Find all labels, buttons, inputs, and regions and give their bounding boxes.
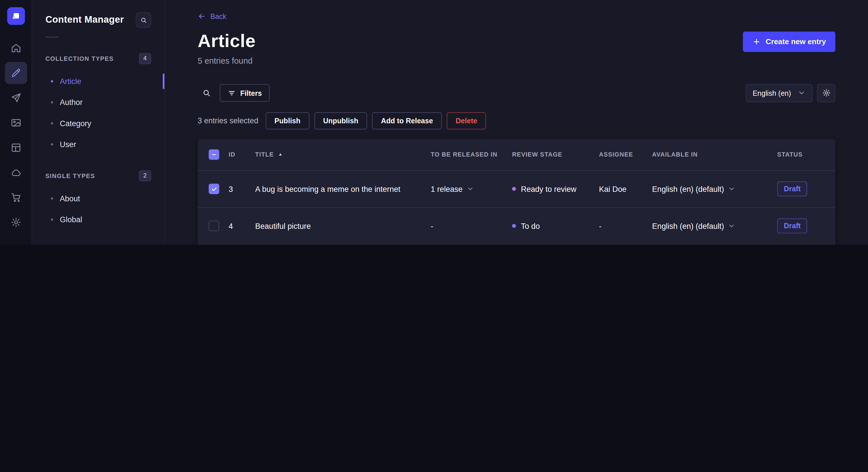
page-title: Article [198, 30, 256, 51]
col-header-review-stage: REVIEW STAGE [512, 151, 599, 158]
locale-select[interactable]: English (en) [745, 84, 813, 102]
bullet-dot-icon [51, 101, 53, 103]
release-cell-group: - [431, 222, 433, 231]
unpublish-button[interactable]: Unpublish [314, 112, 367, 129]
col-header-release: TO BE RELEASED IN [431, 151, 512, 158]
subnav-section: SINGLE TYPES 2 About Global [32, 169, 164, 230]
nav-releases-button[interactable] [5, 87, 27, 109]
subnav-item-label: Category [60, 119, 91, 128]
locale-select-value: English (en) [753, 89, 791, 97]
filters-button[interactable]: Filters [220, 84, 270, 102]
col-header-assignee: ASSIGNEE [599, 151, 652, 158]
table-body: 3 A bug is becoming a meme on the intern… [198, 171, 836, 245]
table-row[interactable]: 4 Beautiful picture - To do - English (e… [198, 208, 836, 245]
strapi-logo[interactable] [7, 7, 25, 25]
media-library-icon [10, 117, 22, 129]
selection-count: 3 entries selected [198, 116, 259, 125]
col-header-available-in: AVAILABLE IN [652, 151, 777, 158]
create-entry-button[interactable]: Create new entry [743, 32, 836, 52]
toolbar: Filters English (en) [198, 84, 836, 102]
rail-icons [5, 37, 27, 233]
bullet-dot-icon [51, 143, 53, 145]
nav-settings-button[interactable] [5, 211, 27, 233]
selection-row: 3 entries selected Publish Unpublish Add… [198, 112, 836, 129]
release-cell-group[interactable]: 1 release [431, 185, 474, 194]
stage-dot [512, 187, 516, 191]
view-settings-button[interactable] [817, 84, 836, 102]
select-all-checkbox[interactable] [209, 149, 219, 160]
locale-cell-group[interactable]: English (en) (default) [652, 222, 735, 231]
app-window: KD Content Manager COLLECTION TYPES 4 Ar… [0, 0, 868, 245]
bullet-dot-icon [51, 122, 53, 125]
bulk-actions: Publish Unpublish Add to Release Delete [266, 112, 486, 129]
subnav-item-article[interactable]: Article [32, 71, 164, 92]
table-header-row: ID TITLE TO BE RELEASED IN REVIEW STAGE … [198, 139, 836, 171]
subnav-item-label: Article [60, 77, 81, 86]
home-icon [10, 43, 22, 54]
entry-title: A bug is becoming a meme on the internet [255, 185, 431, 194]
publish-button[interactable]: Publish [266, 112, 309, 129]
filter-icon [228, 89, 236, 97]
main-content: Back Article 5 entries found Create new … [165, 0, 868, 245]
entries-count: 5 entries found [198, 56, 256, 65]
nav-home-button[interactable] [5, 37, 27, 59]
strapi-mark-icon [11, 11, 21, 21]
subnav-item-author[interactable]: Author [32, 92, 164, 113]
stage-dot [512, 224, 516, 228]
nav-rail: KD [0, 0, 32, 245]
back-label: Back [210, 12, 226, 20]
settings-icon [10, 217, 22, 228]
content-type-builder-icon [10, 142, 22, 154]
marketplace-icon [10, 192, 22, 203]
subnav-title: Content Manager [45, 14, 124, 26]
plus-icon [752, 38, 761, 46]
nav-marketplace-button[interactable] [5, 187, 27, 208]
search-icon [202, 89, 211, 98]
add-to-release-button[interactable]: Add to Release [372, 112, 442, 129]
table-row[interactable]: 3 A bug is becoming a meme on the intern… [198, 171, 836, 208]
bullet-dot-icon [51, 218, 53, 221]
nav-content-type-builder-button[interactable] [5, 136, 27, 159]
review-stage-label: Ready to review [521, 185, 577, 194]
subnav-item-user[interactable]: User [32, 134, 164, 155]
locale-cell-group[interactable]: English (en) (default) [652, 185, 735, 194]
subnav-divider [45, 36, 59, 38]
entries-table: ID TITLE TO BE RELEASED IN REVIEW STAGE … [198, 139, 836, 245]
nav-media-library-button[interactable] [5, 112, 27, 134]
chevron-down-icon [728, 223, 735, 230]
subnav-item-about[interactable]: About [32, 188, 164, 209]
col-header-status: STATUS [777, 151, 836, 158]
subnav-item-label: Author [60, 98, 83, 107]
search-icon [140, 16, 147, 24]
create-entry-label: Create new entry [766, 38, 826, 46]
release-label: 1 release [431, 185, 462, 194]
releases-icon [10, 92, 22, 103]
section-label: SINGLE TYPES [45, 173, 95, 179]
subnav-item-label: Global [60, 215, 82, 224]
gear-icon [822, 89, 831, 98]
back-link[interactable]: Back [198, 12, 226, 20]
review-stage-label: To do [521, 222, 540, 231]
section-count-badge: 2 [139, 171, 151, 181]
assignee-label: Kai Doe [599, 185, 652, 194]
status-badge: Draft [777, 181, 807, 196]
status-badge: Draft [777, 219, 807, 234]
nav-deploy-button[interactable] [5, 162, 27, 183]
bullet-dot-icon [51, 80, 53, 82]
section-items: About Global [32, 188, 164, 230]
subnav-sections: COLLECTION TYPES 4 Article Author Catego… [32, 52, 164, 230]
content-manager-subnav: Content Manager COLLECTION TYPES 4 Artic… [32, 0, 165, 245]
row-checkbox[interactable] [209, 184, 219, 194]
nav-content-manager-button[interactable] [5, 62, 27, 84]
row-checkbox[interactable] [209, 221, 219, 231]
subnav-item-category[interactable]: Category [32, 113, 164, 134]
col-header-title[interactable]: TITLE [255, 151, 431, 158]
subnav-search-button[interactable] [135, 12, 151, 28]
col-header-id[interactable]: ID [228, 151, 255, 158]
release-label: - [431, 222, 433, 231]
search-button[interactable] [198, 84, 216, 102]
filters-label: Filters [240, 89, 262, 97]
subnav-item-global[interactable]: Global [32, 209, 164, 230]
delete-button[interactable]: Delete [447, 112, 486, 129]
chevron-down-icon [466, 186, 474, 193]
